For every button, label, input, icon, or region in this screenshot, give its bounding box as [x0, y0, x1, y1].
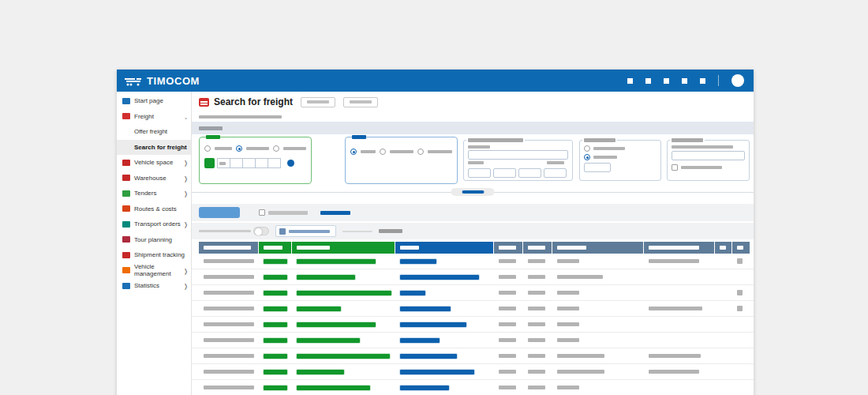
chip-divider [342, 231, 372, 232]
filter-collapse-divider [192, 186, 754, 198]
column-header-4[interactable] [395, 242, 493, 254]
page-header: Search for freight [192, 92, 754, 112]
menu-icon-5[interactable] [700, 78, 705, 84]
sidebar-item-transport-orders[interactable]: Transport orders❯ [117, 216, 191, 232]
results-table-header [192, 242, 754, 254]
status-square [737, 306, 743, 311]
radius-input-3[interactable] [518, 168, 541, 178]
cell-placeholder [528, 386, 545, 389]
menu-icon-3[interactable] [664, 78, 669, 84]
radio-3[interactable] [417, 149, 424, 155]
column-header-8[interactable] [644, 242, 714, 254]
segment-cell-2[interactable] [230, 158, 243, 168]
sidebar-item-warehouse[interactable]: Warehouse❯ [117, 171, 191, 186]
cell-placeholder [204, 354, 254, 358]
table-row[interactable] [192, 364, 754, 380]
sidebar-item-vehicle-space[interactable]: Vehicle space❯ [117, 155, 191, 171]
freight-radio-group [200, 145, 311, 152]
table-row[interactable] [192, 285, 754, 301]
column-header-1[interactable] [199, 242, 258, 254]
sidebar-item-label: Routes & costs [134, 205, 177, 213]
menu-icon-4[interactable] [682, 78, 687, 84]
sidebar-item-statistics[interactable]: Statistics❯ [117, 278, 191, 294]
table-row[interactable] [192, 317, 754, 333]
freight-type-icon[interactable] [204, 158, 215, 168]
radio-1[interactable] [204, 145, 211, 152]
column-header-6[interactable] [523, 242, 552, 254]
freight-tab-marker [206, 135, 220, 139]
extra-checkbox[interactable] [672, 164, 678, 171]
collapse-handle-icon [462, 190, 484, 194]
table-row[interactable] [192, 254, 754, 269]
sidebar-item-vehicle-management[interactable]: Vehicle management❯ [117, 263, 191, 279]
sidebar-item-search-for-freight[interactable]: Search for freight [117, 140, 191, 156]
sidebar-item-start-page[interactable]: Start page [117, 93, 191, 109]
sidebar-item-offer-freight[interactable]: Offer freight [117, 124, 191, 140]
extra-input[interactable] [672, 151, 745, 160]
cell-placeholder [204, 338, 254, 342]
cell-placeholder [528, 354, 545, 358]
column-header-5[interactable] [494, 242, 522, 254]
timocom-logo: TIMOCOM [125, 75, 200, 87]
radius-input-4[interactable] [544, 168, 567, 178]
results-checkbox[interactable] [259, 209, 265, 216]
radio-3[interactable] [273, 145, 279, 152]
segment-cell-5[interactable] [268, 158, 281, 168]
location-input[interactable] [468, 150, 568, 160]
cell-placeholder [528, 291, 545, 295]
options-radio-1[interactable] [584, 145, 590, 152]
status-square [737, 290, 743, 295]
column-header-10[interactable] [732, 242, 750, 254]
options-radio-2[interactable] [584, 154, 590, 160]
sidebar-item-tenders[interactable]: Tenders❯ [117, 186, 191, 201]
menu-icon-1[interactable] [627, 78, 633, 84]
cell-placeholder [499, 370, 516, 374]
sidebar-item-shipment-tracking[interactable]: Shipment tracking [117, 247, 191, 263]
segment-cell-4[interactable] [255, 158, 268, 168]
description-row [192, 112, 754, 122]
table-row[interactable] [192, 348, 754, 364]
column-header-2[interactable] [259, 242, 291, 254]
info-dot-icon[interactable] [287, 160, 294, 167]
sidebar-item-freight[interactable]: Freight⌄ [117, 109, 191, 125]
description-placeholder [199, 115, 282, 118]
radio-2[interactable] [380, 149, 386, 155]
sidebar-item-tour-planning[interactable]: Tour planning [117, 232, 191, 248]
column-header-3[interactable] [292, 242, 395, 254]
filter-panel-mode [345, 137, 458, 184]
extra-label [672, 145, 733, 149]
table-row[interactable] [192, 269, 754, 285]
main-content: Search for freight [192, 92, 754, 395]
route-bar [400, 386, 449, 390]
header-button-1[interactable] [301, 97, 335, 107]
column-header-9[interactable] [715, 242, 731, 254]
options-input[interactable] [584, 163, 611, 172]
menu-icon-2[interactable] [645, 78, 651, 84]
radius-input-2[interactable] [493, 168, 516, 178]
auto-refresh-toggle[interactable] [253, 227, 269, 235]
table-row[interactable] [192, 380, 754, 395]
user-avatar[interactable] [731, 74, 744, 87]
freight-bar [297, 307, 341, 311]
active-filter-chip[interactable] [275, 225, 336, 237]
radius-input-1[interactable] [468, 168, 491, 178]
freight-bar [297, 354, 390, 359]
count-placeholder [379, 229, 402, 233]
search-button[interactable] [199, 207, 240, 218]
table-row[interactable] [192, 301, 754, 317]
cell-placeholder [557, 386, 579, 389]
segment-cell-3[interactable] [242, 158, 256, 168]
header-button-2[interactable] [343, 97, 378, 107]
cell-placeholder [204, 275, 254, 279]
segment-cell-1[interactable] [217, 158, 230, 168]
column-header-7[interactable] [552, 242, 643, 254]
table-row[interactable] [192, 333, 754, 348]
radio-1[interactable] [350, 149, 357, 155]
collapse-handle[interactable] [451, 188, 495, 196]
freight-bar [264, 386, 287, 390]
truck-logo-icon [125, 76, 142, 86]
results-link[interactable] [320, 211, 350, 215]
radio-2[interactable] [236, 145, 242, 152]
radius-label-2 [547, 161, 564, 164]
sidebar-item-routes-costs[interactable]: Routes & costs [117, 201, 191, 217]
